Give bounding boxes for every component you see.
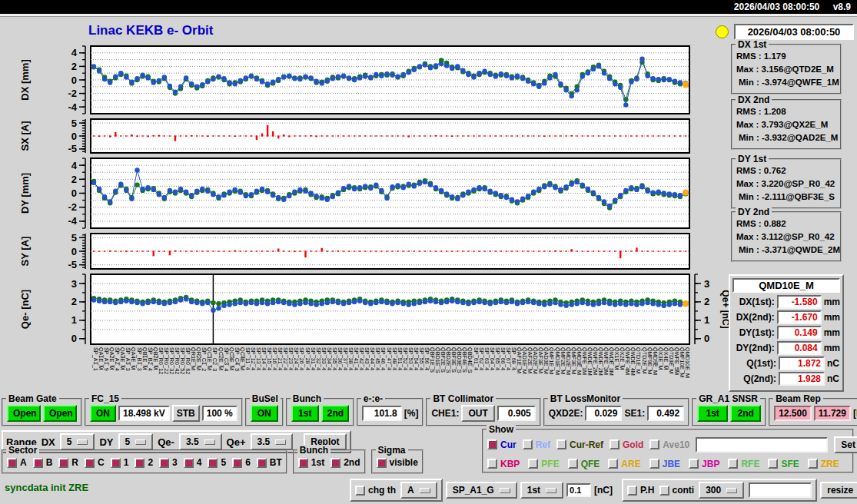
- range-qem-select[interactable]: 3.5: [179, 433, 222, 450]
- sector-checkbox-5[interactable]: 5: [208, 457, 226, 468]
- fc15-group: FC_15 ON 18.498 kV STB 100 %: [85, 398, 243, 426]
- beam-gate-group: Beam Gate Open Open: [2, 398, 82, 426]
- checkbox-indicator[interactable]: [556, 439, 566, 449]
- checkbox-indicator[interactable]: [649, 459, 659, 469]
- bunch-number-select[interactable]: 1st: [520, 482, 563, 499]
- checkbox-indicator[interactable]: [808, 459, 818, 469]
- svg-text:4: 4: [71, 47, 78, 58]
- fc15-on-button[interactable]: ON: [90, 405, 116, 422]
- show-checkbox-gold[interactable]: Gold: [610, 439, 643, 450]
- checkbox-indicator[interactable]: [7, 458, 17, 468]
- stats-group-title: DY 1st: [736, 154, 769, 164]
- ref-name-input[interactable]: [696, 437, 828, 453]
- checkbox-indicator[interactable]: [610, 439, 619, 449]
- bpm-row-value: -1.580: [777, 295, 822, 309]
- stats-dx-1st: DX 1st RMS : 1.179 Max : 3.156@QTD2E_M M…: [731, 44, 842, 94]
- sector-checkbox-6[interactable]: 6: [232, 457, 251, 468]
- beam-gate-open-2-button[interactable]: Open: [43, 405, 77, 422]
- show-checkbox-sfe[interactable]: SFE: [768, 459, 799, 469]
- checkbox-indicator[interactable]: [208, 458, 218, 468]
- threshold-sector-select[interactable]: A: [400, 482, 437, 499]
- resize-button[interactable]: resize: [820, 482, 857, 499]
- sector-checkbox-4[interactable]: 4: [184, 457, 202, 468]
- bpm-select[interactable]: SP_A1_G: [446, 482, 517, 499]
- sector-checkbox-2[interactable]: 2: [135, 457, 153, 468]
- svg-text:3: 3: [71, 278, 77, 290]
- max-line: Max : 3.220@SP_R0_42: [736, 177, 836, 191]
- beam-gate-open-1-button[interactable]: Open: [7, 405, 41, 422]
- checkbox-indicator[interactable]: [487, 439, 497, 449]
- sector-checkbox-r[interactable]: R: [58, 457, 78, 468]
- show-checkbox-ref[interactable]: Ref: [523, 439, 550, 450]
- show-checkbox-jbp[interactable]: JBP: [689, 459, 719, 469]
- charge-threshold-input[interactable]: [566, 483, 591, 497]
- range-dx-select[interactable]: 5: [60, 433, 95, 450]
- checkbox-indicator[interactable]: [111, 458, 121, 468]
- checkbox-indicator[interactable]: [355, 486, 365, 496]
- checkbox-indicator[interactable]: [728, 459, 738, 469]
- ee-ratio-unit: [%]: [404, 408, 419, 419]
- svg-text:DX [mm]: DX [mm]: [19, 59, 31, 100]
- checkbox-indicator[interactable]: [298, 458, 308, 468]
- checkbox-indicator[interactable]: [232, 458, 242, 468]
- checkbox-indicator[interactable]: [528, 459, 538, 469]
- bunch-checkbox-2nd[interactable]: 2nd: [331, 457, 360, 468]
- checkbox-indicator[interactable]: [608, 459, 618, 469]
- show-checkbox-qfe[interactable]: QFE: [568, 459, 600, 469]
- chg-th-checkbox[interactable]: chg th: [355, 485, 396, 496]
- show-checkbox-rfe[interactable]: RFE: [728, 459, 759, 469]
- checkbox-indicator[interactable]: [58, 458, 68, 468]
- set-ref-button[interactable]: Set Ref: [834, 436, 857, 453]
- show-checkbox-pfe[interactable]: PFE: [528, 459, 559, 469]
- show-checkbox-are[interactable]: ARE: [608, 459, 640, 469]
- show-checkbox-cur-ref[interactable]: Cur-Ref: [556, 439, 603, 450]
- checkbox-indicator[interactable]: [377, 458, 387, 468]
- che1-out-button[interactable]: OUT: [461, 405, 494, 422]
- sigma-checkbox-visible[interactable]: visible: [377, 457, 418, 468]
- sector-checkbox-1[interactable]: 1: [111, 457, 129, 468]
- checkbox-indicator[interactable]: [85, 458, 95, 468]
- bunch-select-group: Bunch 1st2nd: [293, 449, 366, 474]
- show-checkbox-kbp[interactable]: KBP: [487, 459, 520, 469]
- checkbox-label: BT: [270, 457, 282, 468]
- checkbox-indicator[interactable]: [568, 459, 578, 469]
- range-qep-select[interactable]: 3.5: [251, 433, 294, 450]
- show-checkbox-cur[interactable]: Cur: [487, 439, 517, 450]
- checkbox-indicator[interactable]: [627, 486, 637, 496]
- sector-checkbox-3[interactable]: 3: [159, 457, 178, 468]
- checkbox-indicator[interactable]: [257, 458, 267, 468]
- fc15-stb-button[interactable]: STB: [172, 405, 200, 422]
- checkbox-indicator[interactable]: [33, 458, 43, 468]
- sector-checkbox-a[interactable]: A: [7, 457, 27, 468]
- gr-a1-2nd-button[interactable]: 2nd: [730, 405, 761, 422]
- checkbox-indicator[interactable]: [689, 459, 699, 469]
- checkbox-indicator[interactable]: [159, 458, 169, 468]
- checkbox-indicator[interactable]: [184, 458, 194, 468]
- checkbox-indicator[interactable]: [649, 439, 659, 449]
- show-checkbox-jbe[interactable]: JBE: [649, 459, 680, 469]
- show-checkbox-ave10[interactable]: Ave10: [649, 439, 689, 450]
- bunch-2nd-button[interactable]: 2nd: [321, 405, 349, 422]
- checkbox-indicator[interactable]: [659, 486, 669, 496]
- checkbox-indicator[interactable]: [768, 459, 778, 469]
- sector-checkbox-b[interactable]: B: [33, 457, 53, 468]
- bunch-1st-button[interactable]: 1st: [291, 405, 319, 422]
- bunch-checkbox-1st[interactable]: 1st: [298, 457, 324, 468]
- busel-on-button[interactable]: ON: [251, 405, 278, 422]
- svg-text:1: 1: [71, 314, 77, 326]
- ph-checkbox[interactable]: P.H: [627, 485, 654, 496]
- gr-a1-1st-button[interactable]: 1st: [697, 405, 728, 422]
- checkbox-label: SFE: [781, 459, 799, 469]
- conti-checkbox[interactable]: conti: [659, 485, 695, 496]
- points-select[interactable]: 300: [699, 482, 744, 499]
- checkbox-indicator[interactable]: [331, 458, 340, 468]
- range-qep-label: Qe+: [227, 436, 246, 448]
- checkbox-indicator[interactable]: [523, 439, 533, 449]
- count-input[interactable]: [749, 482, 812, 498]
- sector-checkbox-c[interactable]: C: [85, 457, 105, 468]
- checkbox-indicator[interactable]: [487, 459, 497, 469]
- show-checkbox-zre[interactable]: ZRE: [808, 459, 839, 469]
- range-dy-select[interactable]: 5: [118, 433, 154, 450]
- sector-checkbox-bt[interactable]: BT: [257, 457, 282, 468]
- checkbox-indicator[interactable]: [135, 458, 144, 468]
